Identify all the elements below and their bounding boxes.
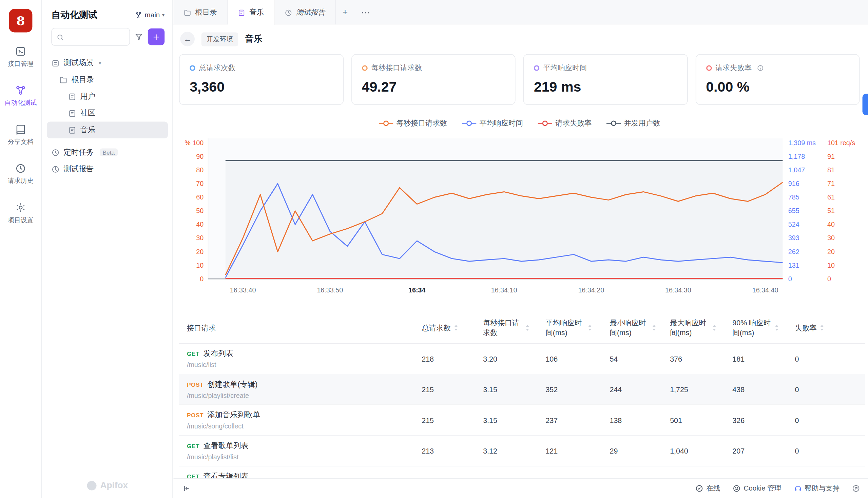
x-axis-tick: 16:34:40 [752,286,778,294]
app-logo[interactable]: 8 [9,9,32,32]
api-name: 创建歌单(专辑) [207,380,258,389]
right-axis-ms-tick: 393 [788,234,800,241]
stat-value: 0.00 % [706,79,849,95]
tree-section-test-scenes[interactable]: 测试场景 ▾ [47,55,168,71]
online-check-icon [695,484,703,493]
stat-card: 总请求次数 3,360 [179,54,343,105]
x-axis-tick: 16:34:10 [491,286,517,294]
table-row[interactable]: POST添加音乐到歌单 /music/song/collect 215 3.15… [179,405,865,436]
online-status[interactable]: 在线 [695,484,720,493]
stat-value: 3,360 [189,79,333,95]
rail-item-label: 请求历史 [8,177,34,185]
cookie-icon [733,484,741,493]
tree-section-scheduled-tasks[interactable]: 定时任务 Beta [47,144,168,160]
col-header-failrate[interactable]: 失败率 [795,323,840,333]
table-row[interactable]: GET查看歌单列表 /music/playlist/list 213 3.12 … [179,436,865,467]
rail-item-history[interactable]: 请求历史 [8,163,34,185]
scene-doc-icon [238,8,246,17]
sort-icon[interactable] [588,324,593,331]
help-support[interactable]: 帮助与支持 [793,484,840,493]
legend-item[interactable]: 平均响应时间 [462,118,523,129]
tree-item-music[interactable]: 音乐 [47,122,168,139]
sort-icon[interactable] [453,324,459,331]
api-name: 发布列表 [203,350,233,358]
stat-dot-icon [534,65,539,70]
table-row[interactable]: GET发布列表 /music/list 218 3.20 106 54 376 … [179,344,865,374]
clock-icon [51,148,60,157]
chevron-down-icon: ▾ [99,61,101,66]
right-axis-rps-tick: 51 [827,207,835,214]
cell-failrate: 0 [795,416,840,424]
rail-item-settings[interactable]: 项目设置 [8,202,34,224]
auto-test-icon [15,85,26,96]
col-header-rps[interactable]: 每秒接口请求数 [483,318,545,338]
rail-item-api-manage[interactable]: 接口管理 [8,46,34,68]
cell-rps: 3.20 [483,354,545,363]
tree-label: 根目录 [71,75,94,85]
legend-item[interactable]: 并发用户数 [606,118,660,129]
shortcut-circle-icon[interactable] [852,484,860,493]
filter-icon[interactable] [134,32,143,41]
col-header-p90[interactable]: 90% 响应时间(ms) [732,318,795,338]
tree-item-community[interactable]: 社区 [47,105,168,121]
floating-panel-tab[interactable] [863,94,868,115]
sort-icon[interactable] [774,324,779,331]
sort-icon[interactable] [652,324,657,331]
stat-value: 49.27 [362,79,505,95]
cell-avg: 237 [545,416,609,424]
legend-item[interactable]: 每秒接口请求数 [379,118,447,129]
tab-root-folder[interactable]: 根目录 [173,0,227,24]
brand-name: Apifox [100,480,128,490]
cell-max: 1,725 [670,385,732,394]
branch-icon [135,11,143,19]
env-badge: 开发环境 [201,32,238,46]
stat-dot-icon [189,65,195,70]
collapse-sidebar-icon[interactable] [183,484,191,493]
rail-item-auto-test[interactable]: 自动化测试 [5,85,37,107]
legend-label: 平均响应时间 [479,118,523,129]
legend-item[interactable]: 请求失败率 [538,118,592,129]
sort-icon[interactable] [712,324,717,331]
back-button[interactable]: ← [180,32,195,47]
api-request-table: 接口请求 总请求数 每秒接口请求数 平均响应时间(ms) 最小响应时间(ms) … [179,315,865,478]
api-manage-icon [15,46,26,57]
cell-max: 1,040 [670,447,732,455]
right-axis-rps-tick: 20 [827,248,835,255]
col-header-total[interactable]: 总请求数 [422,323,483,333]
table-row[interactable]: POST创建歌单(专辑) /music/playlist/create 215 … [179,375,865,405]
col-header-max[interactable]: 最大响应时间(ms) [670,318,732,338]
stat-label: 请求失败率 [715,63,752,73]
left-axis-tick: 90 [196,153,203,160]
left-axis-tick: 60 [196,193,203,201]
more-tabs-button[interactable]: ⋯ [354,0,377,24]
tab-music[interactable]: 音乐 [227,0,274,25]
info-icon[interactable] [757,65,764,71]
add-button[interactable]: + [148,28,165,45]
rail-item-label: 接口管理 [8,60,34,68]
right-axis-ms-tick: 1,309 ms [788,139,816,146]
search-input[interactable] [67,32,125,41]
tree-folder-root[interactable]: 根目录 [47,71,168,88]
api-path: /music/list [187,361,422,369]
tab-test-report[interactable]: 测试报告 [274,0,336,24]
performance-line-chart: % 10090807060504030201001,309 ms1,1781,0… [179,135,859,298]
col-header-min[interactable]: 最小响应时间(ms) [610,318,670,338]
tree-item-users[interactable]: 用户 [47,88,168,105]
scene-doc-icon [68,109,77,118]
table-row[interactable]: GET查看专辑列表 [179,467,865,478]
right-axis-rps-tick: 101 req/s [827,139,855,146]
tree-label: 测试场景 [63,58,94,68]
sort-icon[interactable] [819,324,825,331]
new-tab-button[interactable]: + [336,0,354,24]
tree-section-test-reports[interactable]: 测试报告 [47,161,168,178]
rail-item-share-docs[interactable]: 分享文档 [8,124,34,146]
cell-total: 213 [422,447,483,455]
cell-min: 244 [610,385,670,394]
col-header-avg[interactable]: 平均响应时间(ms) [545,318,609,338]
branch-selector[interactable]: main ▾ [135,11,165,19]
legend-label: 请求失败率 [555,118,592,129]
page-title: 音乐 [245,33,262,45]
sort-icon[interactable] [525,324,530,331]
search-box[interactable] [51,28,130,46]
cookie-manager[interactable]: Cookie 管理 [733,484,781,493]
